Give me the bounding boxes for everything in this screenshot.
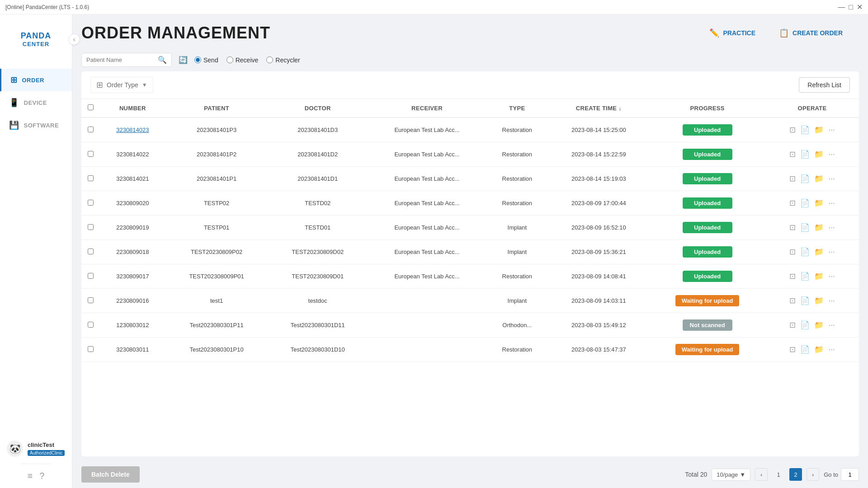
scan-icon-btn[interactable]: ⊡ bbox=[788, 222, 797, 233]
more-icon-btn[interactable]: ··· bbox=[826, 344, 836, 355]
more-icon-btn[interactable]: ··· bbox=[826, 296, 836, 306]
folder-icon-btn[interactable]: 📁 bbox=[812, 149, 826, 160]
row-checkbox[interactable] bbox=[88, 175, 94, 181]
radio-recycler[interactable]: Recycler bbox=[266, 56, 300, 64]
scan-icon-btn[interactable]: ⊡ bbox=[788, 271, 797, 282]
refresh-list-button[interactable]: Refresh List bbox=[799, 77, 850, 93]
row-checkbox[interactable] bbox=[88, 297, 94, 303]
sidebar-item-order-label: ORDER bbox=[22, 77, 44, 84]
menu-icon[interactable]: ≡ bbox=[28, 471, 33, 481]
create-time: 2023-08-09 16:52:10 bbox=[548, 216, 650, 240]
folder-icon-btn[interactable]: 📁 bbox=[812, 319, 826, 331]
th-create-time[interactable]: CREATE TIME ↓ bbox=[548, 99, 650, 117]
scan-icon-btn[interactable]: ⊡ bbox=[788, 319, 797, 331]
page-2-button[interactable]: 2 bbox=[789, 468, 802, 481]
scan-icon-btn[interactable]: ⊡ bbox=[788, 197, 797, 209]
prev-page-button[interactable]: ‹ bbox=[755, 468, 768, 481]
order-number: 2230809018 bbox=[99, 240, 166, 264]
filter-radio-group: Send Receive Recycler bbox=[194, 56, 300, 64]
per-page-selector[interactable]: 10/page ▼ bbox=[712, 469, 750, 481]
help-icon[interactable]: ? bbox=[39, 471, 44, 481]
receiver-name: European Test Lab Acc... bbox=[368, 240, 486, 264]
row-checkbox[interactable] bbox=[88, 346, 94, 352]
create-order-button[interactable]: 📋 CREATE ORDER bbox=[772, 24, 850, 42]
folder-icon-btn[interactable]: 📁 bbox=[812, 124, 826, 136]
folder-icon-btn[interactable]: 📁 bbox=[812, 197, 826, 209]
more-icon-btn[interactable]: ··· bbox=[826, 125, 836, 136]
scan-icon-btn[interactable]: ⊡ bbox=[788, 246, 797, 258]
search-input[interactable] bbox=[86, 56, 155, 63]
row-checkbox[interactable] bbox=[88, 127, 94, 132]
scan-icon-btn[interactable]: ⊡ bbox=[788, 149, 797, 160]
batch-delete-button[interactable]: Batch Delete bbox=[81, 466, 140, 483]
order-number-link[interactable]: 3230814023 bbox=[116, 127, 149, 133]
select-all-checkbox[interactable] bbox=[88, 104, 94, 110]
report-icon-btn[interactable]: 📄 bbox=[798, 149, 811, 160]
maximize-button[interactable]: □ bbox=[849, 3, 853, 11]
logo-panda: PANDA bbox=[21, 31, 52, 41]
row-checkbox[interactable] bbox=[88, 273, 94, 279]
folder-icon-btn[interactable]: 📁 bbox=[812, 246, 826, 258]
doctor-name: 2023081401D1 bbox=[267, 167, 368, 191]
more-icon-btn[interactable]: ··· bbox=[826, 247, 836, 258]
table-header: NUMBER PATIENT DOCTOR RECEIVER TYPE CREA… bbox=[81, 99, 859, 117]
create-time: 2023-08-14 15:25:00 bbox=[548, 117, 650, 142]
table-row: 1230803012Test2023080301P11Test202308030… bbox=[81, 313, 859, 338]
minimize-button[interactable]: — bbox=[838, 3, 845, 11]
report-icon-btn[interactable]: 📄 bbox=[798, 197, 811, 209]
row-checkbox[interactable] bbox=[88, 151, 94, 157]
scan-icon-btn[interactable]: ⊡ bbox=[788, 344, 797, 355]
progress-badge: Uploaded bbox=[683, 173, 732, 184]
more-icon-btn[interactable]: ··· bbox=[826, 320, 836, 331]
more-icon-btn[interactable]: ··· bbox=[826, 174, 836, 184]
scan-icon-btn[interactable]: ⊡ bbox=[788, 124, 797, 136]
row-checkbox[interactable] bbox=[88, 249, 94, 254]
scan-icon-btn[interactable]: ⊡ bbox=[788, 295, 797, 306]
order-type-selector[interactable]: ⊞ Order Type ▼ bbox=[90, 77, 153, 93]
operations-cell: ⊡📄📁··· bbox=[765, 191, 859, 216]
close-button[interactable]: ✕ bbox=[857, 3, 863, 11]
report-icon-btn[interactable]: 📄 bbox=[798, 124, 811, 136]
sidebar-item-device[interactable]: 📱 DEVICE bbox=[0, 91, 72, 114]
sidebar-item-software[interactable]: 💾 SOFTWARE bbox=[0, 114, 72, 136]
more-icon-btn[interactable]: ··· bbox=[826, 149, 836, 160]
report-icon-btn[interactable]: 📄 bbox=[798, 173, 811, 184]
radio-receive[interactable]: Receive bbox=[226, 56, 259, 64]
report-icon-btn[interactable]: 📄 bbox=[798, 271, 811, 282]
total-count: Total 20 bbox=[685, 471, 707, 478]
report-icon-btn[interactable]: 📄 bbox=[798, 246, 811, 258]
row-checkbox[interactable] bbox=[88, 224, 94, 230]
folder-icon-btn[interactable]: 📁 bbox=[812, 295, 826, 306]
search-button[interactable]: 🔍 bbox=[158, 56, 167, 64]
folder-icon-btn[interactable]: 📁 bbox=[812, 222, 826, 233]
report-icon-btn[interactable]: 📄 bbox=[798, 222, 811, 233]
folder-icon-btn[interactable]: 📁 bbox=[812, 271, 826, 282]
order-type: Implant bbox=[486, 289, 548, 313]
row-checkbox[interactable] bbox=[88, 200, 94, 206]
search-wrap: 🔍 bbox=[81, 53, 172, 67]
folder-icon-btn[interactable]: 📁 bbox=[812, 344, 826, 355]
page-1-button[interactable]: 1 bbox=[772, 468, 785, 481]
sidebar-item-order[interactable]: ⊞ ORDER bbox=[0, 69, 72, 91]
scan-icon-btn[interactable]: ⊡ bbox=[788, 173, 797, 184]
report-icon-btn[interactable]: 📄 bbox=[798, 295, 811, 306]
folder-icon-btn[interactable]: 📁 bbox=[812, 173, 826, 184]
sidebar-collapse-button[interactable]: ‹ bbox=[69, 34, 80, 45]
next-page-button[interactable]: › bbox=[807, 468, 819, 481]
goto-input[interactable] bbox=[841, 468, 859, 481]
report-icon-btn[interactable]: 📄 bbox=[798, 344, 811, 355]
create-time: 2023-08-03 15:47:37 bbox=[548, 338, 650, 362]
row-checkbox[interactable] bbox=[88, 322, 94, 328]
order-type: Restoration bbox=[486, 167, 548, 191]
practice-button[interactable]: ✏️ PRACTICE bbox=[702, 24, 763, 42]
more-icon-btn[interactable]: ··· bbox=[826, 271, 836, 282]
th-operate: OPERATE bbox=[765, 99, 859, 117]
table-header-bar: ⊞ Order Type ▼ Refresh List bbox=[81, 71, 859, 99]
window-title: [Online] PandaCenter (LTS - 1.0.6) bbox=[5, 4, 89, 10]
radio-send[interactable]: Send bbox=[194, 56, 218, 64]
more-icon-btn[interactable]: ··· bbox=[826, 222, 836, 233]
more-icon-btn[interactable]: ··· bbox=[826, 198, 836, 209]
refresh-icon-button[interactable]: 🔄 bbox=[179, 56, 188, 64]
operations-cell: ⊡📄📁··· bbox=[765, 240, 859, 264]
title-bar: [Online] PandaCenter (LTS - 1.0.6) — □ ✕ bbox=[0, 0, 868, 14]
